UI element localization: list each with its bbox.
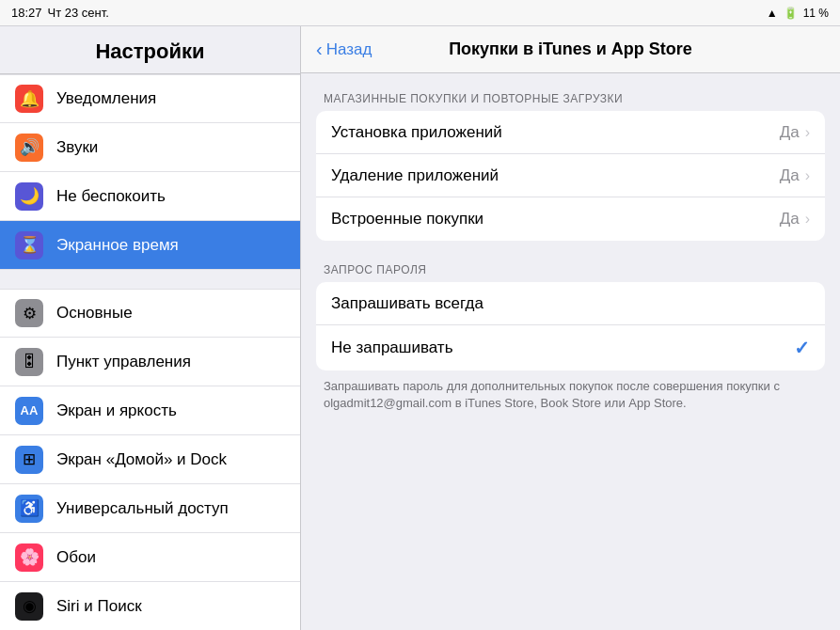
time: 18:27 bbox=[11, 6, 42, 20]
sidebar-gap-1 bbox=[0, 270, 300, 289]
password-row-never[interactable]: Не запрашивать ✓ bbox=[316, 325, 825, 370]
sidebar: Настройки 🔔 Уведомления 🔊 Звуки 🌙 Не бес… bbox=[0, 26, 301, 630]
sidebar-title: Настройки bbox=[0, 26, 300, 74]
store-row-install[interactable]: Установка приложений Да › bbox=[316, 111, 825, 154]
sidebar-item-notifications[interactable]: 🔔 Уведомления bbox=[0, 74, 300, 123]
password-section-body: Запрашивать всегда Не запрашивать ✓ bbox=[316, 282, 825, 370]
status-left: 18:27 Чт 23 сент. bbox=[11, 6, 109, 20]
sidebar-item-display[interactable]: AA Экран и яркость bbox=[0, 386, 300, 435]
store-row-delete-value: Да bbox=[780, 166, 800, 185]
password-note: Запрашивать пароль для дополнительных по… bbox=[316, 370, 825, 412]
sidebar-item-label: Экранное время bbox=[56, 236, 179, 255]
sounds-icon: 🔊 bbox=[15, 134, 43, 162]
sidebar-item-siri[interactable]: ◉ Siri и Поиск bbox=[0, 582, 300, 630]
control-center-icon: 🎛 bbox=[15, 348, 43, 376]
battery-icon: 🔋 bbox=[784, 7, 798, 20]
sidebar-item-label: Уведомления bbox=[56, 89, 156, 108]
general-icon: ⚙ bbox=[15, 299, 43, 327]
password-section: ЗАПРОС ПАРОЛЯ Запрашивать всегда Не запр… bbox=[316, 263, 825, 412]
sidebar-item-home-screen[interactable]: ⊞ Экран «Домой» и Dock bbox=[0, 435, 300, 484]
store-row-delete[interactable]: Удаление приложений Да › bbox=[316, 154, 825, 197]
sidebar-item-label: Основные bbox=[56, 304, 133, 323]
store-section-body: Установка приложений Да › Удаление прило… bbox=[316, 111, 825, 241]
wifi-icon: ▲ bbox=[767, 7, 778, 20]
store-row-inapp-value: Да bbox=[780, 210, 800, 228]
sidebar-item-label: Экран «Домой» и Dock bbox=[56, 450, 227, 469]
password-row-always[interactable]: Запрашивать всегда bbox=[316, 282, 825, 325]
right-panel: ‹ Назад Покупки в iTunes и App Store МАГ… bbox=[301, 26, 840, 630]
back-label: Назад bbox=[326, 40, 372, 59]
home-screen-icon: ⊞ bbox=[15, 446, 43, 474]
sidebar-item-control-center[interactable]: 🎛 Пункт управления bbox=[0, 338, 300, 386]
chevron-icon: › bbox=[805, 167, 810, 184]
wallpaper-icon: 🌸 bbox=[15, 543, 43, 572]
notifications-icon: 🔔 bbox=[15, 85, 43, 113]
sidebar-item-label: Не беспокоить bbox=[56, 187, 166, 206]
password-section-header: ЗАПРОС ПАРОЛЯ bbox=[316, 263, 825, 282]
store-row-inapp-label: Встроенные покупки bbox=[331, 210, 780, 228]
screen-time-icon: ⌛ bbox=[15, 231, 43, 260]
store-section-header: МАГАЗИННЫЕ ПОКУПКИ И ПОВТОРНЫЕ ЗАГРУЗКИ bbox=[316, 92, 825, 111]
sidebar-item-label: Пункт управления bbox=[56, 353, 191, 371]
siri-icon: ◉ bbox=[15, 592, 43, 621]
chevron-icon: › bbox=[805, 124, 810, 141]
sidebar-item-accessibility[interactable]: ♿ Универсальный доступ bbox=[0, 484, 300, 533]
sidebar-item-screen-time[interactable]: ⌛ Экранное время bbox=[0, 221, 300, 270]
dnd-icon: 🌙 bbox=[15, 182, 43, 211]
sidebar-item-general[interactable]: ⚙ Основные bbox=[0, 289, 300, 338]
store-section: МАГАЗИННЫЕ ПОКУПКИ И ПОВТОРНЫЕ ЗАГРУЗКИ … bbox=[316, 92, 825, 241]
sidebar-item-wallpaper[interactable]: 🌸 Обои bbox=[0, 533, 300, 582]
date: Чт 23 сент. bbox=[48, 6, 109, 20]
store-row-install-value: Да bbox=[780, 123, 800, 142]
battery-level: 11 % bbox=[803, 7, 829, 20]
store-row-inapp[interactable]: Встроенные покупки Да › bbox=[316, 197, 825, 241]
chevron-icon: › bbox=[805, 211, 810, 228]
sidebar-item-label: Универсальный доступ bbox=[56, 499, 229, 518]
password-never-label: Не запрашивать bbox=[331, 339, 794, 357]
sidebar-item-label: Siri и Поиск bbox=[56, 597, 142, 616]
sidebar-group-1: 🔔 Уведомления 🔊 Звуки 🌙 Не беспокоить ⌛ … bbox=[0, 74, 300, 270]
sidebar-group-2: ⚙ Основные 🎛 Пункт управления AA Экран и… bbox=[0, 289, 300, 630]
right-header: ‹ Назад Покупки в iTunes и App Store bbox=[301, 26, 840, 73]
store-row-install-label: Установка приложений bbox=[331, 123, 780, 142]
store-row-delete-label: Удаление приложений bbox=[331, 166, 780, 185]
back-button[interactable]: ‹ Назад bbox=[316, 39, 372, 60]
sidebar-item-dnd[interactable]: 🌙 Не беспокоить bbox=[0, 172, 300, 221]
status-right: ▲ 🔋 11 % bbox=[767, 7, 829, 20]
accessibility-icon: ♿ bbox=[15, 495, 43, 523]
sidebar-item-label: Обои bbox=[56, 548, 96, 567]
checkmark-icon: ✓ bbox=[794, 337, 810, 359]
display-icon: AA bbox=[15, 397, 43, 425]
password-always-label: Запрашивать всегда bbox=[331, 294, 810, 313]
sidebar-item-sounds[interactable]: 🔊 Звуки bbox=[0, 123, 300, 172]
back-chevron-icon: ‹ bbox=[316, 39, 323, 60]
right-panel-title: Покупки в iTunes и App Store bbox=[449, 39, 692, 59]
main-layout: Настройки 🔔 Уведомления 🔊 Звуки 🌙 Не бес… bbox=[0, 26, 840, 630]
sidebar-item-label: Звуки bbox=[56, 138, 98, 157]
sidebar-item-label: Экран и яркость bbox=[56, 402, 177, 420]
status-bar: 18:27 Чт 23 сент. ▲ 🔋 11 % bbox=[0, 0, 840, 26]
